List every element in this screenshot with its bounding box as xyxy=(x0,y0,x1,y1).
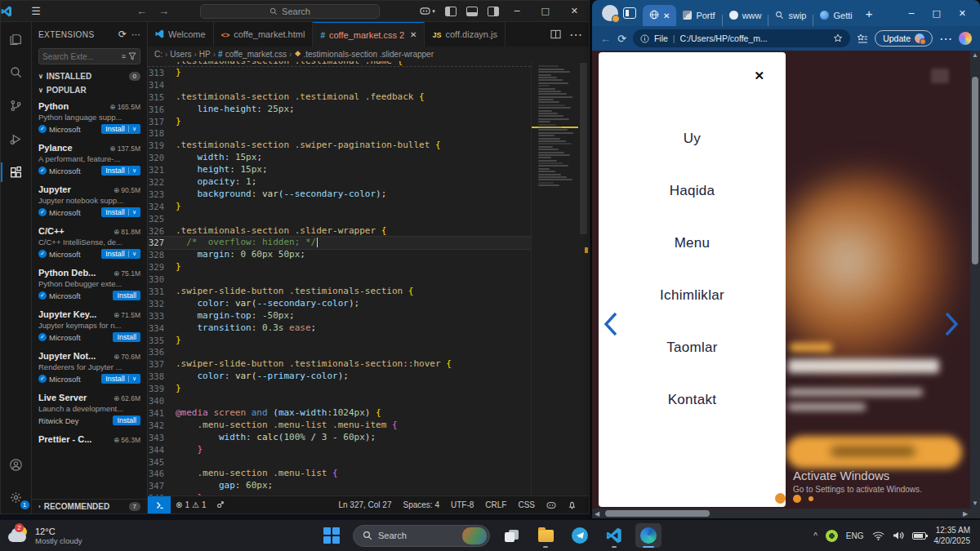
eol-sequence[interactable]: CRLF xyxy=(479,500,512,509)
browser-tab[interactable]: Getti xyxy=(813,5,858,26)
cursor-position[interactable]: Ln 327, Col 27 xyxy=(332,500,397,509)
scroll-right-arrow[interactable]: ▶ xyxy=(960,510,970,518)
run-debug-icon[interactable] xyxy=(7,129,26,149)
settings-gear-icon[interactable]: 1 xyxy=(7,487,26,507)
extension-item[interactable]: Prettier - C...⊕ 56.3M xyxy=(32,430,147,449)
extension-item[interactable]: Pylance⊕ 137.5MA performant, feature-...… xyxy=(32,139,147,180)
remote-indicator[interactable] xyxy=(148,496,171,513)
code-line[interactable]: 327 /* overflow: hidden; */ xyxy=(148,237,531,249)
editor-tab[interactable]: <>coffe_market.html xyxy=(214,22,314,47)
browser-tab[interactable]: www xyxy=(723,5,768,26)
menu-hamburger-icon[interactable]: ☰ xyxy=(25,5,47,17)
site-menu-item[interactable]: Menu xyxy=(675,235,710,251)
clock[interactable]: 12:35 AM 4/20/2025 xyxy=(934,525,971,546)
search-sidebar-icon[interactable] xyxy=(7,62,26,82)
extension-item[interactable]: Live Server⊕ 62.6MLaunch a development..… xyxy=(32,389,147,430)
code-line[interactable]: 344 } xyxy=(148,444,531,456)
language-indicator[interactable]: ENG xyxy=(846,531,864,540)
scroll-up-arrow[interactable]: ▲ xyxy=(970,51,980,60)
code-line[interactable]: 333 margin-top: -50px; xyxy=(148,310,531,322)
browser-refresh-icon[interactable]: ⟳ xyxy=(617,33,626,45)
code-line[interactable]: 320 width: 15px; xyxy=(148,152,531,164)
browser-maximize-button[interactable]: □ xyxy=(923,8,949,19)
install-button[interactable]: Install xyxy=(113,415,140,425)
code-line[interactable]: 337.swiper-slide-button .testimionals-se… xyxy=(148,358,531,371)
copilot-icon[interactable]: ▾ xyxy=(420,7,435,16)
code-line[interactable]: 346 .menu-section .menu-list { xyxy=(148,468,531,480)
pagination-dot-active[interactable] xyxy=(775,493,786,504)
toggle-secondary-sidebar-icon[interactable] xyxy=(488,7,499,16)
browser-menu-icon[interactable]: ⋯ xyxy=(939,31,952,47)
code-line[interactable]: 345 xyxy=(148,456,531,469)
recommended-section-header[interactable]: › RECOMMENDED 7 xyxy=(32,499,147,513)
browser-tab-close-icon[interactable]: ✕ xyxy=(663,11,670,20)
site-menu-item[interactable]: Uy xyxy=(684,131,701,147)
page-horizontal-scrollbar[interactable]: ◀ ▶ xyxy=(592,509,970,518)
split-editor-icon[interactable] xyxy=(550,29,561,39)
code-line[interactable]: 338 color: var(--primary-color); xyxy=(148,371,531,383)
tray-expand-icon[interactable]: ^ xyxy=(813,531,817,540)
browser-tab[interactable]: Portf xyxy=(676,5,721,26)
minimap[interactable] xyxy=(531,61,578,495)
indentation[interactable]: Spaces: 4 xyxy=(397,500,444,509)
code-line[interactable]: 326.testimionals-section .slider-wrapper… xyxy=(148,225,531,238)
search-highlight-image[interactable] xyxy=(462,527,487,544)
extensions-search-input[interactable] xyxy=(42,52,119,61)
install-button[interactable]: Install∨ xyxy=(101,166,140,176)
toggle-sidebar-icon[interactable] xyxy=(445,7,457,16)
code-line[interactable]: 348 } xyxy=(148,492,531,495)
code-line[interactable]: 315.testimionals-section .testimional .f… xyxy=(148,91,531,104)
weather-widget[interactable]: 2 12°C Mostly cloudy xyxy=(0,526,318,545)
code-line[interactable]: 313} xyxy=(148,67,531,79)
code-line[interactable]: 319.testimionals-section .swiper-paginat… xyxy=(148,140,531,152)
breadcrumb-item[interactable]: Users xyxy=(170,50,191,59)
browser-minimize-button[interactable]: ─ xyxy=(900,8,924,19)
breadcrumb-item[interactable]: ❖.testimionals-section .slider-wrapper xyxy=(294,50,434,59)
code-line[interactable]: 334 transition: 0.3s ease; xyxy=(148,322,531,335)
extension-item[interactable]: Jupyter Not...⊕ 70.6MRenderers for Jupyt… xyxy=(32,347,147,389)
pagination-dot[interactable] xyxy=(808,496,813,501)
install-dropdown-icon[interactable]: ∨ xyxy=(128,209,136,216)
site-menu-item[interactable]: Kontakt xyxy=(668,392,717,408)
install-button[interactable]: Install∨ xyxy=(101,207,140,217)
taskbar-search[interactable]: Search xyxy=(353,525,490,547)
filter-icon[interactable] xyxy=(128,52,136,60)
toggle-panel-icon[interactable] xyxy=(466,7,478,16)
problems-indicator[interactable]: ⊗1 ⚠1 xyxy=(171,500,211,509)
installed-section-header[interactable]: ∨ INSTALLED 0 xyxy=(32,69,147,83)
menu-close-icon[interactable]: ✕ xyxy=(754,69,764,83)
install-dropdown-icon[interactable]: ∨ xyxy=(128,167,136,174)
breadcrumb-item[interactable]: #coffe_market.css xyxy=(218,50,287,59)
language-mode[interactable]: CSS xyxy=(512,500,541,509)
code-line[interactable]: 343 width: calc(100% / 3 - 60px); xyxy=(148,432,531,444)
volume-icon[interactable] xyxy=(893,531,904,540)
hero-cta-button-blurred[interactable] xyxy=(786,436,962,469)
wifi-icon[interactable] xyxy=(872,531,884,540)
extensions-icon[interactable] xyxy=(7,162,26,182)
code-line[interactable]: 347 gap: 60px; xyxy=(148,480,531,492)
editor-scrollbar[interactable] xyxy=(578,61,589,495)
code-line[interactable]: 317} xyxy=(148,116,531,128)
install-button[interactable]: Install xyxy=(113,291,140,300)
popular-section-header[interactable]: ∨ POPULAR xyxy=(32,83,147,97)
code-line[interactable]: 318 xyxy=(148,127,531,140)
more-actions-icon[interactable]: ⋯ xyxy=(131,29,140,40)
account-icon[interactable] xyxy=(7,455,26,474)
edge-taskbar-button[interactable] xyxy=(635,523,662,548)
vscode-taskbar-button[interactable] xyxy=(601,523,627,548)
file-explorer-button[interactable] xyxy=(532,523,559,548)
slider-prev-arrow[interactable] xyxy=(600,310,621,338)
code-editor[interactable]: .testimionals-section .testimional .name… xyxy=(148,61,531,495)
new-tab-button[interactable]: + xyxy=(859,7,880,20)
favorites-bar-icon[interactable] xyxy=(857,33,868,44)
install-button[interactable]: Install xyxy=(113,332,140,342)
code-line[interactable]: 335} xyxy=(148,335,531,347)
nav-forward-icon[interactable]: → xyxy=(158,5,169,17)
telegram-button[interactable] xyxy=(567,523,593,548)
browser-close-button[interactable]: ✕ xyxy=(950,8,975,19)
code-line[interactable]: 322 opacity: 1; xyxy=(148,176,531,189)
page-info-icon[interactable] xyxy=(640,34,649,43)
statusbar-copilot-icon[interactable] xyxy=(541,501,562,509)
command-search-box[interactable]: Search xyxy=(200,4,380,19)
code-line[interactable]: 340 xyxy=(148,395,531,407)
